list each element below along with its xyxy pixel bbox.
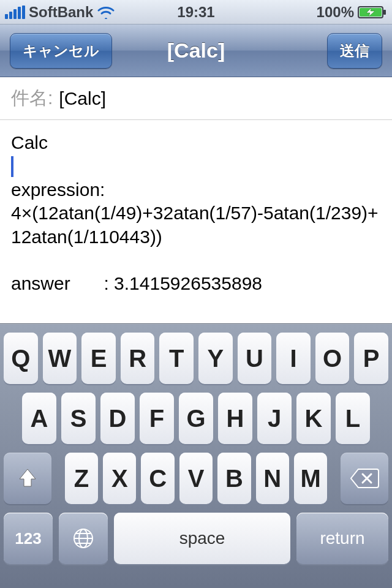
status-left: SoftBank (5, 4, 115, 21)
key-l[interactable]: L (336, 393, 370, 444)
battery-icon (358, 6, 387, 19)
key-numbers[interactable]: 123 (4, 513, 53, 564)
wifi-icon (97, 6, 115, 19)
key-y[interactable]: Y (198, 333, 233, 384)
key-u[interactable]: U (238, 333, 272, 384)
key-q[interactable]: Q (4, 333, 38, 384)
key-r[interactable]: R (121, 333, 155, 384)
key-return[interactable]: return (296, 513, 388, 564)
text-caret (11, 156, 13, 177)
keyboard-row-1: Q W E R T Y U I O P (0, 333, 392, 384)
key-t[interactable]: T (159, 333, 194, 384)
key-x[interactable]: X (103, 453, 136, 504)
caret-line (11, 154, 381, 178)
key-z[interactable]: Z (65, 453, 98, 504)
body-answer-value: : 3.1415926535898 (104, 273, 262, 293)
body-answer-label: answer (11, 273, 70, 293)
key-m[interactable]: M (294, 453, 327, 504)
key-j[interactable]: J (257, 393, 292, 444)
key-d[interactable]: D (100, 393, 135, 444)
key-shift[interactable] (4, 453, 51, 504)
key-f[interactable]: F (140, 393, 174, 444)
key-delete[interactable] (341, 453, 388, 504)
carrier-label: SoftBank (29, 4, 93, 21)
nav-bar: キャンセル [Calc] 送信 (0, 24, 392, 77)
shift-icon (16, 467, 39, 490)
cancel-button[interactable]: キャンセル (10, 33, 112, 69)
keyboard-row-4: 123 space return (0, 513, 392, 564)
body-expression-value: 4×(12atan(1/49)+32atan(1/57)-5atan(1/239… (11, 202, 379, 249)
keyboard-row-3: Z X C V B N M (0, 453, 392, 504)
key-space[interactable]: space (114, 513, 290, 564)
svg-rect-1 (383, 10, 386, 15)
globe-icon (72, 527, 95, 550)
send-button[interactable]: 送信 (327, 33, 382, 69)
key-v[interactable]: V (179, 453, 213, 504)
status-right: 100% (317, 4, 387, 21)
key-i[interactable]: I (276, 333, 311, 384)
body-expression-label: expression: (11, 178, 381, 202)
signal-icon (5, 6, 25, 19)
key-b[interactable]: B (217, 453, 251, 504)
backspace-icon (350, 468, 379, 489)
key-o[interactable]: O (315, 333, 350, 384)
body-line-title: Calc (11, 131, 381, 154)
key-globe[interactable] (59, 513, 108, 564)
key-s[interactable]: S (61, 393, 96, 444)
key-e[interactable]: E (81, 333, 116, 384)
key-k[interactable]: K (296, 393, 331, 444)
subject-label: 件名: (11, 86, 53, 111)
clock-label: 19:31 (177, 4, 214, 21)
key-g[interactable]: G (179, 393, 213, 444)
cancel-button-label: キャンセル (23, 41, 99, 61)
keyboard: Q W E R T Y U I O P A S D F G H J K L Z … (0, 323, 392, 588)
battery-percent-label: 100% (317, 4, 354, 21)
key-w[interactable]: W (43, 333, 77, 384)
key-n[interactable]: N (256, 453, 289, 504)
message-body[interactable]: Calc expression: 4×(12atan(1/49)+32atan(… (0, 120, 392, 296)
key-h[interactable]: H (218, 393, 252, 444)
keyboard-row-2: A S D F G H J K L (0, 393, 392, 444)
nav-title: [Calc] (167, 39, 225, 62)
key-c[interactable]: C (141, 453, 174, 504)
key-p[interactable]: P (354, 333, 388, 384)
status-bar: SoftBank 19:31 100% (0, 0, 392, 24)
send-button-label: 送信 (340, 41, 369, 61)
key-a[interactable]: A (22, 393, 56, 444)
body-blank-1 (11, 249, 381, 272)
subject-value: [Calc] (59, 88, 106, 109)
subject-row[interactable]: 件名: [Calc] (0, 77, 392, 120)
body-answer-line: answer : 3.1415926535898 (11, 272, 381, 295)
